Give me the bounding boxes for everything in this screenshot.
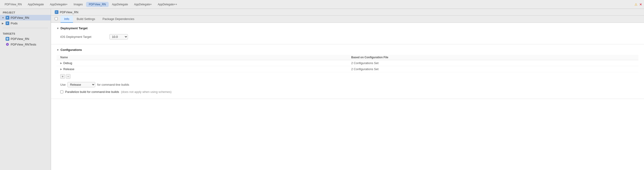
sidebar-item-pods[interactable]: ▶ A Pods <box>0 21 51 26</box>
top-tab-appdelegate4[interactable]: AppDelegate+ <box>131 2 154 7</box>
use-label: Use <box>60 83 66 86</box>
parallelize-row: Parallelize build for command-line build… <box>56 89 638 95</box>
settings-panel: ▼ Deployment Target iOS Deployment Targe… <box>51 23 644 170</box>
col-name-header: Name <box>56 55 348 60</box>
release-select[interactable]: Release Debug <box>68 82 95 87</box>
table-row: ▶ Debug 2 Configurations Set <box>56 60 638 66</box>
tab-info[interactable]: Info <box>60 16 73 23</box>
tab-build-settings[interactable]: Build Settings <box>73 16 99 23</box>
project-header-name: PDFView_RN <box>60 11 78 14</box>
parallelize-note: (does not apply when using schemes) <box>121 90 172 94</box>
for-command-line-label: for command-line builds <box>97 83 129 86</box>
main-layout: PROJECT ▼ A PDFView_RN ▶ A Pods TARGETS … <box>0 9 644 170</box>
sidebar-project-label: PDFView_RN <box>11 16 29 20</box>
deployment-section-title: Deployment Target <box>60 27 88 30</box>
add-configuration-button[interactable]: + <box>60 74 65 79</box>
sidebar-target-pdfview[interactable]: PDFView_RN <box>0 36 51 42</box>
sidebar: PROJECT ▼ A PDFView_RN ▶ A Pods TARGETS … <box>0 9 51 170</box>
release-row-chevron[interactable]: ▶ <box>60 68 62 70</box>
chevron-right-icon: ▶ <box>2 22 4 25</box>
top-tab-appdelegate3[interactable]: AppDelegate <box>109 2 131 7</box>
col-config-header: Based on Configuration File <box>348 55 638 60</box>
top-tab-images[interactable]: Images <box>71 2 86 7</box>
sidebar-pods-label: Pods <box>11 22 18 25</box>
top-bar: PDFView_RN AppDelegate AppDelegate+ Imag… <box>0 0 644 9</box>
top-tab-pdfview[interactable]: PDFView_RN <box>2 2 24 7</box>
configurations-table: Name Based on Configuration File ▶ Debug <box>56 55 638 72</box>
project-icon: A <box>6 16 9 20</box>
top-bar-right: ⚠ ✕ <box>634 3 642 6</box>
parallelize-checkbox[interactable] <box>60 90 63 93</box>
tabs-row: Info Build Settings Package Dependencies <box>51 16 644 23</box>
configurations-chevron-icon[interactable]: ▼ <box>56 49 59 51</box>
deployment-section-header: ▼ Deployment Target <box>56 27 638 30</box>
debug-row-name: ▶ Debug <box>56 60 348 66</box>
deployment-section: ▼ Deployment Target iOS Deployment Targe… <box>51 23 644 44</box>
top-tab-appdelegate2[interactable]: AppDelegate+ <box>47 2 70 7</box>
chevron-down-icon: ▼ <box>2 17 4 19</box>
header-checkbox[interactable] <box>55 17 58 20</box>
release-label: Release <box>63 67 74 71</box>
deployment-chevron-icon[interactable]: ▼ <box>56 27 59 30</box>
content-area: A PDFView_RN Info Build Settings Package… <box>51 9 644 170</box>
top-tab-appdelegate[interactable]: AppDelegate <box>25 2 46 7</box>
test-spacer <box>2 43 4 46</box>
configurations-section-header: ▼ Configurations <box>56 48 638 52</box>
plus-minus-row: + − <box>56 72 638 81</box>
ios-deployment-select[interactable]: 10.0 11.0 12.0 13.0 14.0 <box>110 34 128 40</box>
top-bar-tabs: PDFView_RN AppDelegate AppDelegate+ Imag… <box>2 2 633 7</box>
debug-label: Debug <box>63 61 72 65</box>
sidebar-target-pdfview-label: PDFView_RN <box>11 37 29 41</box>
parallelize-label: Parallelize build for command-line build… <box>65 90 119 94</box>
deployment-field-row: iOS Deployment Target 10.0 11.0 12.0 13.… <box>56 33 638 40</box>
release-row-name: ▶ Release <box>56 66 348 72</box>
sidebar-section-project: PROJECT <box>0 9 51 15</box>
project-header: A PDFView_RN <box>51 9 644 16</box>
configurations-section: ▼ Configurations Name Based on Configura… <box>51 44 644 99</box>
table-row: ▶ Release 2 Configurations Set <box>56 66 638 72</box>
top-tab-pdfview-rn-active[interactable]: PDFView_RN <box>86 2 109 7</box>
release-row-config: 2 Configurations Set <box>348 66 638 72</box>
use-row: Use Release Debug for command-line build… <box>56 81 638 89</box>
warning-icon: ⚠ <box>634 3 638 6</box>
top-tab-appdelegate5[interactable]: AppDelegate++ <box>155 2 180 7</box>
target-spacer <box>2 38 4 40</box>
sidebar-target-tests-label: PDFView_RNTests <box>11 43 36 46</box>
ios-deployment-label: iOS Deployment Target <box>60 35 107 39</box>
sidebar-target-tests[interactable]: ✦ PDFView_RNTests <box>0 42 51 47</box>
sidebar-divider <box>3 28 48 28</box>
target-test-icon: ✦ <box>6 43 9 46</box>
svg-point-2 <box>7 39 8 39</box>
tab-package-dependencies[interactable]: Package Dependencies <box>99 16 138 23</box>
debug-row-config: 2 Configurations Set <box>348 60 638 66</box>
remove-configuration-button[interactable]: − <box>66 74 70 79</box>
pods-icon: A <box>6 21 9 25</box>
svg-text:✦: ✦ <box>7 43 8 46</box>
checkbox-area <box>55 17 58 21</box>
project-header-icon: A <box>55 10 58 14</box>
configurations-section-title: Configurations <box>60 48 82 52</box>
sidebar-item-pdfview-rn[interactable]: ▼ A PDFView_RN <box>0 15 51 21</box>
sidebar-section-targets: TARGETS <box>0 30 51 36</box>
debug-row-chevron[interactable]: ▶ <box>60 62 62 64</box>
target-app-icon <box>6 37 9 41</box>
error-icon: ✕ <box>639 3 642 6</box>
